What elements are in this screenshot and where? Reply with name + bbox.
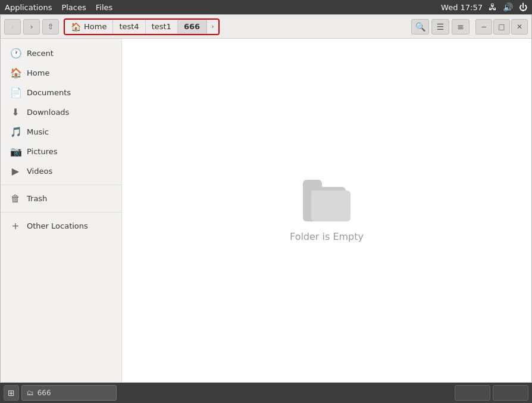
sidebar-item-home-label: Home	[27, 68, 49, 77]
parent-folder-button[interactable]: ⇧	[42, 19, 59, 35]
recent-icon: 🕐	[10, 48, 21, 59]
taskbar-window-icon: 🗂	[27, 389, 34, 397]
system-bar-left: Applications Places Files	[5, 3, 112, 12]
file-content-area: Folder is Empty	[122, 39, 531, 382]
files-menu[interactable]: Files	[96, 3, 113, 12]
sidebar-item-videos-label: Videos	[27, 167, 52, 176]
sidebar-item-downloads[interactable]: ⬇ Downloads	[1, 102, 121, 122]
tab-bar: 🏠 Home test4 test1 666 ›	[64, 18, 220, 35]
forward-button[interactable]: ›	[23, 19, 40, 35]
power-icon[interactable]: ⏻	[519, 2, 527, 12]
sidebar-item-pictures[interactable]: 📷 Pictures	[1, 142, 121, 161]
toolbar-right: 🔍 ☰ ≡	[411, 19, 470, 35]
downloads-icon: ⬇	[10, 107, 21, 118]
tab-home[interactable]: 🏠 Home	[65, 20, 113, 34]
show-desktop-icon: ⊞	[8, 388, 15, 398]
menu-button[interactable]: ≡	[452, 19, 470, 35]
file-manager-window: ‹ › ⇧ 🏠 Home test4 test1 666 › 🔍 ☰ ≡	[0, 14, 532, 383]
empty-folder-message: Folder is Empty	[290, 231, 364, 242]
tab-test1[interactable]: test1	[146, 20, 178, 34]
view-toggle-button[interactable]: ☰	[431, 19, 449, 35]
sidebar-item-other-locations-label: Other Locations	[27, 221, 88, 230]
sidebar-item-music[interactable]: 🎵 Music	[1, 122, 121, 142]
taskbar: ⊞ 🗂 666	[0, 383, 532, 403]
taskbar-window-label: 666	[37, 389, 51, 397]
music-icon: 🎵	[10, 126, 21, 138]
main-area: 🕐 Recent 🏠 Home 📄 Documents ⬇ Downloads …	[1, 39, 531, 382]
taskbar-window-666[interactable]: 🗂 666	[21, 385, 117, 401]
sidebar-item-recent[interactable]: 🕐 Recent	[1, 43, 121, 63]
sidebar-item-documents-label: Documents	[27, 88, 71, 97]
toolbar: ‹ › ⇧ 🏠 Home test4 test1 666 › 🔍 ☰ ≡	[1, 15, 531, 39]
applications-menu[interactable]: Applications	[5, 3, 52, 12]
network-icon[interactable]: 🖧	[489, 2, 497, 12]
other-locations-icon: +	[10, 220, 21, 232]
tab-test4[interactable]: test4	[113, 20, 145, 34]
sidebar-item-pictures-label: Pictures	[27, 147, 57, 156]
folder-front	[311, 190, 351, 221]
videos-icon: ▶	[10, 165, 21, 177]
sidebar-item-other-locations[interactable]: + Other Locations	[1, 216, 121, 236]
tab-666[interactable]: 666	[178, 20, 206, 34]
sidebar-item-home[interactable]: 🏠 Home	[1, 63, 121, 83]
sidebar-item-trash-label: Trash	[27, 194, 47, 203]
window-controls: − □ ✕	[475, 19, 528, 35]
system-bar: Applications Places Files Wed 17:57 🖧 🔊 …	[0, 0, 532, 14]
taskbar-right	[455, 385, 528, 401]
close-button[interactable]: ✕	[511, 19, 528, 35]
trash-icon: 🗑	[10, 193, 21, 204]
empty-folder-icon	[303, 179, 351, 221]
system-bar-right: Wed 17:57 🖧 🔊 ⏻	[441, 2, 527, 12]
sidebar-item-music-label: Music	[27, 127, 49, 136]
tab-test4-label: test4	[119, 22, 139, 31]
system-clock: Wed 17:57	[441, 3, 483, 12]
maximize-button[interactable]: □	[493, 19, 510, 35]
tab-home-label: Home	[84, 22, 107, 31]
show-desktop-button[interactable]: ⊞	[4, 385, 19, 401]
sidebar-item-downloads-label: Downloads	[27, 108, 69, 117]
sidebar-item-videos[interactable]: ▶ Videos	[1, 161, 121, 181]
places-menu[interactable]: Places	[61, 3, 86, 12]
sidebar: 🕐 Recent 🏠 Home 📄 Documents ⬇ Downloads …	[1, 39, 122, 382]
sidebar-divider-2	[1, 212, 121, 213]
sidebar-item-trash[interactable]: 🗑 Trash	[1, 189, 121, 208]
search-button[interactable]: 🔍	[411, 19, 429, 35]
minimize-button[interactable]: −	[475, 19, 492, 35]
pictures-icon: 📷	[10, 146, 21, 157]
sidebar-item-recent-label: Recent	[27, 49, 54, 58]
taskbar-right-btn-2[interactable]	[493, 385, 528, 401]
home-icon: 🏠	[10, 67, 21, 79]
tab-test1-label: test1	[152, 22, 171, 31]
sidebar-divider	[1, 185, 121, 185]
back-button[interactable]: ‹	[4, 19, 21, 35]
home-tab-icon: 🏠	[71, 22, 81, 32]
sidebar-item-documents[interactable]: 📄 Documents	[1, 83, 121, 102]
tab-scroll-right[interactable]: ›	[206, 20, 218, 34]
taskbar-right-btn-1[interactable]	[455, 385, 490, 401]
volume-icon[interactable]: 🔊	[503, 2, 513, 12]
documents-icon: 📄	[10, 87, 21, 98]
tab-666-label: 666	[184, 22, 200, 31]
